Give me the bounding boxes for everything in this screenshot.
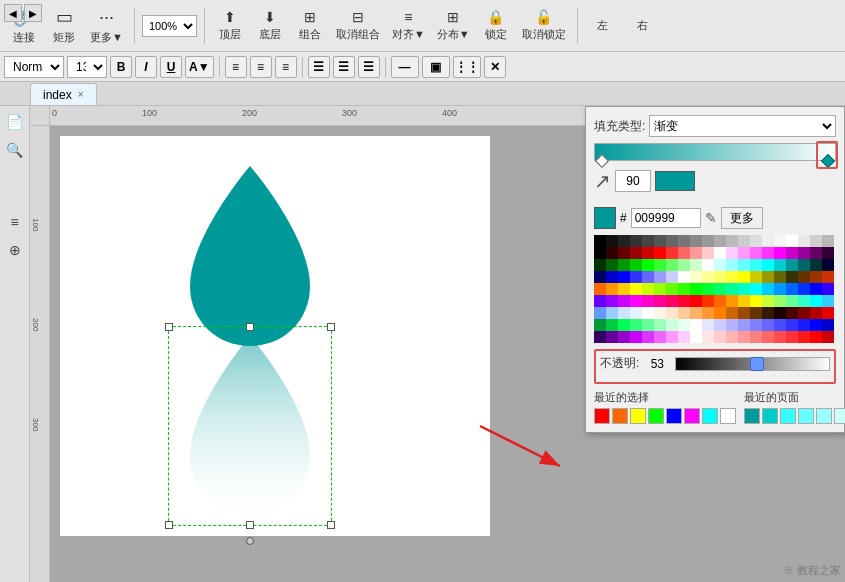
style-select[interactable]: Normal (4, 56, 64, 78)
x-btn[interactable]: ✕ (484, 56, 506, 78)
color-cell[interactable] (618, 331, 630, 343)
align-btn[interactable]: ≡ 对齐▼ (388, 4, 429, 48)
bottom-layer-btn[interactable]: ⬇ 底层 (252, 4, 288, 48)
color-cell[interactable] (822, 295, 834, 307)
group-btn[interactable]: ⊞ 组合 (292, 4, 328, 48)
gray-cell[interactable] (642, 235, 654, 247)
color-cell[interactable] (642, 247, 654, 259)
color-cell[interactable] (618, 307, 630, 319)
color-cell[interactable] (654, 283, 666, 295)
color-cell[interactable] (654, 271, 666, 283)
color-cell[interactable] (690, 319, 702, 331)
color-cell[interactable] (762, 259, 774, 271)
color-cell[interactable] (786, 331, 798, 343)
color-cell[interactable] (606, 247, 618, 259)
color-cell[interactable] (594, 307, 606, 319)
color-cell[interactable] (654, 307, 666, 319)
color-cell[interactable] (822, 307, 834, 319)
color-cell[interactable] (798, 295, 810, 307)
pages-icon[interactable]: 📄 (3, 110, 27, 134)
color-cell[interactable] (738, 271, 750, 283)
color-cell[interactable] (726, 331, 738, 343)
color-cell[interactable] (702, 307, 714, 319)
color-cell[interactable] (798, 283, 810, 295)
color-hex-input[interactable] (631, 208, 701, 228)
recent-page-swatch[interactable] (780, 408, 796, 424)
color-cell[interactable] (762, 331, 774, 343)
color-cell[interactable] (606, 283, 618, 295)
gray-cell[interactable] (606, 235, 618, 247)
recent-page-swatch[interactable] (798, 408, 814, 424)
recent-path-swatch[interactable] (594, 408, 610, 424)
color-cell[interactable] (606, 295, 618, 307)
color-cell[interactable] (726, 259, 738, 271)
grid-btn[interactable]: ⋮⋮ (453, 56, 481, 78)
gray-cell[interactable] (654, 235, 666, 247)
color-cell[interactable] (810, 307, 822, 319)
color-cell[interactable] (810, 331, 822, 343)
font-color-btn[interactable]: A▼ (185, 56, 214, 78)
color-cell[interactable] (822, 283, 834, 295)
color-cell[interactable] (630, 283, 642, 295)
gray-cell[interactable] (750, 235, 762, 247)
color-cell[interactable] (618, 295, 630, 307)
color-cell[interactable] (762, 283, 774, 295)
align-center-btn[interactable]: ≡ (250, 56, 272, 78)
color-cell[interactable] (714, 319, 726, 331)
color-cell[interactable] (678, 259, 690, 271)
nav-forward-btn[interactable]: ▶ (24, 4, 42, 22)
color-cell[interactable] (666, 259, 678, 271)
color-cell[interactable] (654, 319, 666, 331)
color-cell[interactable] (594, 271, 606, 283)
color-cell[interactable] (750, 307, 762, 319)
recent-path-swatch[interactable] (648, 408, 664, 424)
nav-back-btn[interactable]: ◀ (4, 4, 22, 22)
recent-path-swatch[interactable] (684, 408, 700, 424)
color-cell[interactable] (606, 271, 618, 283)
color-cell[interactable] (654, 295, 666, 307)
color-cell[interactable] (690, 247, 702, 259)
color-cell[interactable] (690, 331, 702, 343)
color-cell[interactable] (618, 283, 630, 295)
color-cell[interactable] (666, 331, 678, 343)
handle-tr[interactable] (327, 323, 335, 331)
color-cell[interactable] (630, 259, 642, 271)
color-cell[interactable] (666, 295, 678, 307)
handle-br[interactable] (327, 521, 335, 529)
color-cell[interactable] (750, 271, 762, 283)
color-cell[interactable] (678, 307, 690, 319)
list-btn[interactable]: ☰ (308, 56, 330, 78)
color-cell[interactable] (762, 307, 774, 319)
color-cell[interactable] (810, 295, 822, 307)
more-color-btn[interactable]: 更多 (721, 207, 763, 229)
layers-icon[interactable]: ≡ (3, 210, 27, 234)
recent-page-swatch[interactable] (834, 408, 845, 424)
distribute-btn[interactable]: ⊞ 分布▼ (433, 4, 474, 48)
color-cell[interactable] (678, 247, 690, 259)
rotate-handle[interactable] (246, 537, 254, 545)
color-cell[interactable] (702, 295, 714, 307)
color-cell[interactable] (642, 307, 654, 319)
fill-type-select[interactable]: 渐变 纯色 无 (649, 115, 836, 137)
color-cell[interactable] (594, 295, 606, 307)
unlock-btn[interactable]: 🔓 取消锁定 (518, 4, 570, 48)
left-btn[interactable]: 左 (585, 4, 621, 48)
recent-page-swatch[interactable] (816, 408, 832, 424)
color-cell[interactable] (702, 331, 714, 343)
align-right-btn[interactable]: ≡ (275, 56, 297, 78)
color-cell[interactable] (642, 319, 654, 331)
color-cell[interactable] (702, 247, 714, 259)
color-cell[interactable] (654, 331, 666, 343)
recent-path-swatch[interactable] (666, 408, 682, 424)
list3-btn[interactable]: ☰ (358, 56, 380, 78)
color-cell[interactable] (726, 319, 738, 331)
color-cell[interactable] (738, 319, 750, 331)
gradient-stop-left[interactable] (595, 154, 609, 168)
color-cell[interactable] (678, 271, 690, 283)
stroke-btn[interactable]: — (391, 56, 419, 78)
color-cell[interactable] (750, 247, 762, 259)
gray-cell[interactable] (630, 235, 642, 247)
color-cell[interactable] (630, 271, 642, 283)
color-cell[interactable] (774, 259, 786, 271)
color-cell[interactable] (642, 271, 654, 283)
